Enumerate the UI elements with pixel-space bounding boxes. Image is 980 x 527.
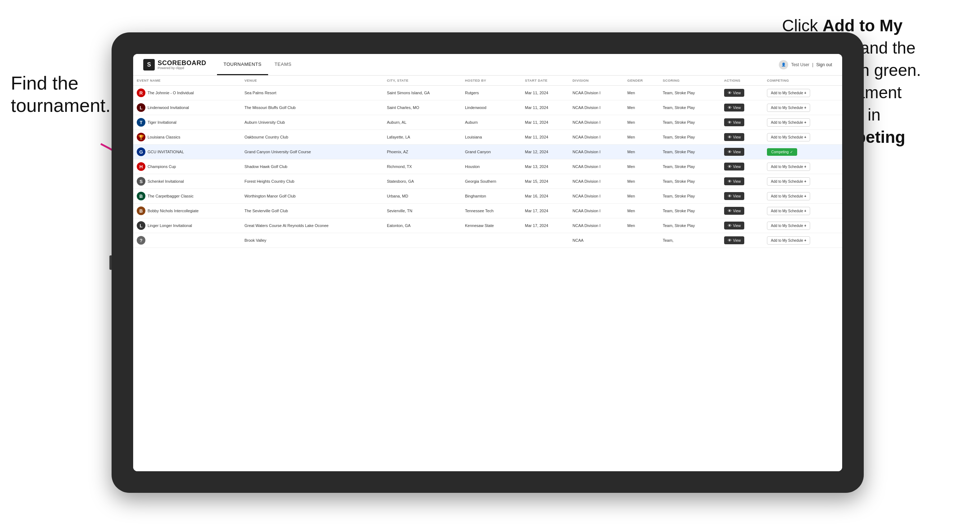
sign-out-link[interactable]: Sign out: [816, 62, 832, 67]
hosted-by-cell: Georgia Southern: [461, 174, 522, 189]
add-to-schedule-button[interactable]: Add to My Schedule +: [767, 222, 810, 230]
division-cell: NCAA Division I: [569, 144, 624, 159]
actions-cell: 👁 View: [721, 189, 763, 203]
team-logo: B: [137, 192, 145, 200]
start-date-cell: Mar 17, 2024: [522, 218, 569, 233]
start-date-cell: Mar 11, 2024: [522, 115, 569, 130]
event-name-cell: SSchenkel Invitational: [133, 174, 241, 189]
competing-button[interactable]: Competing ✓: [767, 148, 797, 156]
col-start-date: START DATE: [522, 76, 569, 86]
venue-cell: Shadow Hawk Golf Club: [241, 159, 383, 174]
view-button[interactable]: 👁 View: [724, 163, 745, 170]
competing-cell: Add to My Schedule +: [763, 218, 842, 233]
table-row: LLinger Longer InvitationalGreat Waters …: [133, 218, 842, 233]
event-name-cell: LLinger Longer Invitational: [133, 218, 241, 233]
city-state-cell: Saint Charles, MO: [383, 100, 461, 115]
hosted-by-cell: Tennessee Tech: [461, 203, 522, 218]
event-name-text: Lindenwood Invitational: [148, 105, 189, 110]
add-to-schedule-button[interactable]: Add to My Schedule +: [767, 192, 810, 200]
event-name-text: Schenkel Invitational: [148, 179, 184, 183]
venue-cell: Grand Canyon University Golf Course: [241, 144, 383, 159]
division-cell: NCAA Division I: [569, 130, 624, 144]
team-logo: S: [137, 177, 145, 186]
table-header-row: EVENT NAME VENUE CITY, STATE HOSTED BY S…: [133, 76, 842, 86]
logo-icon: S: [143, 59, 155, 70]
event-name-cell: BThe Carpetbagger Classic: [133, 189, 241, 203]
event-name-cell: TTiger Invitational: [133, 115, 241, 130]
competing-cell: Add to My Schedule +: [763, 233, 842, 248]
city-state-cell: Saint Simons Island, GA: [383, 86, 461, 100]
venue-cell: Auburn University Club: [241, 115, 383, 130]
add-to-schedule-button[interactable]: Add to My Schedule +: [767, 177, 810, 186]
user-avatar: 👤: [779, 60, 788, 70]
venue-cell: The Sevierville Golf Club: [241, 203, 383, 218]
hosted-by-cell: Rutgers: [461, 86, 522, 100]
start-date-cell: Mar 13, 2024: [522, 159, 569, 174]
event-name-text: Tiger Invitational: [148, 120, 177, 124]
gender-cell: Men: [624, 189, 659, 203]
view-button[interactable]: 👁 View: [724, 222, 745, 230]
competing-cell: Add to My Schedule +: [763, 159, 842, 174]
add-to-schedule-button[interactable]: Add to My Schedule +: [767, 133, 810, 141]
scoring-cell: Team, Stroke Play: [659, 130, 720, 144]
team-logo: L: [137, 221, 145, 230]
col-division: DIVISION: [569, 76, 624, 86]
add-to-schedule-button[interactable]: Add to My Schedule +: [767, 207, 810, 215]
view-button[interactable]: 👁 View: [724, 118, 745, 126]
division-cell: NCAA: [569, 233, 624, 248]
gender-cell: Men: [624, 218, 659, 233]
view-button[interactable]: 👁 View: [724, 103, 745, 111]
competing-cell: Add to My Schedule +: [763, 100, 842, 115]
view-button[interactable]: 👁 View: [724, 192, 745, 200]
view-button[interactable]: 👁 View: [724, 133, 745, 141]
actions-cell: 👁 View: [721, 159, 763, 174]
division-cell: NCAA Division I: [569, 218, 624, 233]
scoring-cell: Team,: [659, 233, 720, 248]
logo-text-area: SCOREBOARD Powered by clippd: [158, 59, 206, 70]
scoring-cell: Team, Stroke Play: [659, 218, 720, 233]
col-gender: GENDER: [624, 76, 659, 86]
add-to-schedule-button[interactable]: Add to My Schedule +: [767, 163, 810, 171]
venue-cell: The Missouri Bluffs Golf Club: [241, 100, 383, 115]
team-logo: ?: [137, 236, 145, 244]
actions-cell: 👁 View: [721, 100, 763, 115]
tablet-screen: S SCOREBOARD Powered by clippd TOURNAMEN…: [133, 54, 842, 471]
event-name-text: Champions Cup: [148, 164, 176, 169]
start-date-cell: Mar 12, 2024: [522, 144, 569, 159]
top-bar: S SCOREBOARD Powered by clippd TOURNAMEN…: [133, 54, 842, 76]
scoring-cell: Team, Stroke Play: [659, 174, 720, 189]
nav-tab-teams[interactable]: TEAMS: [268, 54, 298, 75]
logo-main-text: SCOREBOARD: [158, 59, 206, 67]
add-to-schedule-button[interactable]: Add to My Schedule +: [767, 237, 810, 244]
venue-cell: Sea Palms Resort: [241, 86, 383, 100]
view-button[interactable]: 👁 View: [724, 148, 745, 156]
add-to-schedule-button[interactable]: Add to My Schedule +: [767, 118, 810, 127]
gender-cell: Men: [624, 159, 659, 174]
view-button[interactable]: 👁 View: [724, 177, 745, 185]
team-logo: H: [137, 162, 145, 171]
view-button[interactable]: 👁 View: [724, 89, 745, 97]
scoring-cell: Team, Stroke Play: [659, 189, 720, 203]
view-button[interactable]: 👁 View: [724, 207, 745, 215]
top-bar-right: 👤 Test User | Sign out: [779, 60, 832, 70]
add-to-schedule-button[interactable]: Add to My Schedule +: [767, 89, 810, 97]
city-state-cell: [383, 233, 461, 248]
user-label: Test User: [791, 62, 810, 67]
table-row: LLindenwood InvitationalThe Missouri Blu…: [133, 100, 842, 115]
team-logo: 🏆: [137, 133, 145, 141]
logo-area: S SCOREBOARD Powered by clippd: [143, 59, 206, 70]
table-container: EVENT NAME VENUE CITY, STATE HOSTED BY S…: [133, 76, 842, 471]
col-hosted-by: HOSTED BY: [461, 76, 522, 86]
start-date-cell: Mar 15, 2024: [522, 174, 569, 189]
tablet-frame: S SCOREBOARD Powered by clippd TOURNAMEN…: [111, 32, 864, 493]
nav-tab-tournaments[interactable]: TOURNAMENTS: [217, 54, 268, 75]
event-name-cell: HChampions Cup: [133, 159, 241, 174]
add-to-schedule-button[interactable]: Add to My Schedule +: [767, 103, 810, 112]
view-button[interactable]: 👁 View: [724, 237, 745, 244]
venue-cell: Oakbourne Country Club: [241, 130, 383, 144]
city-state-cell: Statesboro, GA: [383, 174, 461, 189]
venue-cell: Brook Valley: [241, 233, 383, 248]
gender-cell: Men: [624, 100, 659, 115]
table-row: BThe Carpetbagger ClassicWorthington Man…: [133, 189, 842, 203]
team-logo: L: [137, 103, 145, 112]
